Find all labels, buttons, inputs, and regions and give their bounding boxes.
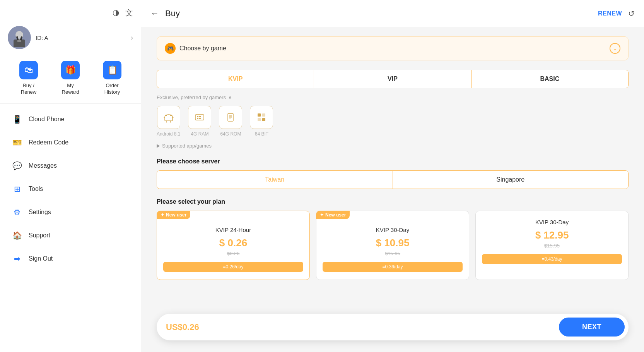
plan-original-3: $15.95 — [482, 243, 622, 249]
nav-label-messages: Messages — [29, 162, 57, 169]
plan-bottom-3: =0.43/day — [482, 254, 622, 264]
tools-icon: ⊞ — [12, 184, 22, 194]
nav-item-cloud-phone[interactable]: 📱 Cloud Phone — [0, 108, 141, 131]
settings-icon: ⚙ — [12, 207, 22, 218]
my-reward-icon: 🎁 — [61, 61, 80, 79]
nav-item-redeem-code[interactable]: 🎫 Redeem Code — [0, 131, 141, 154]
svg-rect-14 — [197, 118, 198, 119]
main-header: ← Buy RENEW ↺ — [141, 0, 644, 27]
tab-basic[interactable]: BASIC — [471, 70, 628, 88]
android-icon — [157, 106, 180, 129]
svg-rect-12 — [197, 116, 198, 117]
bit-label: 64 BIT — [255, 131, 268, 137]
tab-vip[interactable]: VIP — [314, 70, 471, 88]
plan-card-kvip-30d[interactable]: KVIP 30-Day $ 12.95 $15.95 =0.43/day — [475, 211, 629, 280]
plan-name-1: KVIP 24-Hour — [163, 227, 303, 233]
buy-renew-label: Buy /Renew — [21, 82, 36, 96]
nav-label-sign-out: Sign Out — [29, 255, 53, 262]
theme-icon[interactable]: ◑ — [113, 8, 119, 18]
game-banner-text: Choose by game — [179, 45, 226, 52]
tier-tabs: KVIP VIP BASIC — [157, 70, 629, 88]
server-section-label: Please choose server — [157, 158, 629, 165]
nav-item-sign-out[interactable]: ➡ Sign Out — [0, 247, 141, 270]
svg-rect-13 — [199, 116, 201, 117]
bottom-bar: US$0.26 NEXT — [157, 314, 629, 340]
new-user-badge-2: ✦ New user — [316, 211, 350, 219]
cloud-phone-icon: 📱 — [12, 114, 22, 125]
android-label: Android 8.1 — [157, 131, 180, 137]
supported-games-label: Supported app/games — [162, 143, 212, 149]
tab-kvip[interactable]: KVIP — [157, 70, 314, 88]
quick-action-buy-renew[interactable]: 🛍 Buy /Renew — [19, 61, 38, 96]
nav-label-redeem-code: Redeem Code — [29, 139, 68, 146]
support-icon: 🏠 — [12, 230, 22, 241]
tab-singapore[interactable]: Singapore — [393, 171, 629, 189]
bottom-price: US$0.26 — [166, 322, 199, 332]
profile-arrow: › — [131, 34, 133, 42]
sidebar: ◑ 文 ID: A › 🛍 Buy /Renew 🎁 MyReward 📋 Or… — [0, 0, 141, 352]
plan-cards: ✦ New user KVIP 24-Hour $ 0.26 $0.26 =0.… — [157, 211, 629, 280]
plan-card-kvip-24h[interactable]: ✦ New user KVIP 24-Hour $ 0.26 $0.26 =0.… — [157, 211, 310, 280]
messages-icon: 💬 — [12, 160, 22, 171]
profile-id: ID: A — [36, 34, 126, 41]
quick-action-order-history[interactable]: 📋 OrderHistory — [103, 61, 121, 96]
game-icon: 🎮 — [165, 43, 176, 54]
nav-label-support: Support — [29, 232, 50, 239]
spec-bit: 64 BIT — [250, 106, 273, 137]
translate-icon[interactable]: 文 — [125, 8, 133, 18]
bit-icon — [250, 106, 273, 129]
my-reward-label: MyReward — [62, 82, 79, 96]
page-title: Buy — [165, 9, 180, 19]
nav-items: 📱 Cloud Phone 🎫 Redeem Code 💬 Messages ⊞… — [0, 104, 141, 344]
plan-price-1: $ 0.26 — [163, 237, 303, 249]
plan-bottom-1: =0.26/day — [163, 262, 303, 272]
next-button[interactable]: NEXT — [559, 318, 625, 337]
spec-icons: Android 8.1 4G RAM — [157, 106, 629, 137]
order-history-label: OrderHistory — [104, 82, 120, 96]
main-body: 🎮 Choose by game ⌄ KVIP VIP BASIC Exclus… — [141, 27, 644, 352]
profile-section[interactable]: ID: A › — [0, 22, 141, 57]
plan-section-label: Please select your plan — [157, 198, 629, 205]
svg-rect-15 — [199, 118, 201, 119]
nav-label-cloud-phone: Cloud Phone — [29, 116, 65, 123]
plan-bottom-2: =0.36/day — [323, 262, 463, 272]
sidebar-top-icons: ◑ 文 — [0, 8, 141, 22]
spec-rom: 64G ROM — [219, 106, 242, 137]
plan-original-2: $15.95 — [323, 251, 463, 256]
svg-rect-24 — [262, 118, 265, 121]
ram-label: 4G RAM — [191, 131, 208, 137]
game-banner-left: 🎮 Choose by game — [165, 43, 226, 54]
plan-card-kvip-30d-new[interactable]: ✦ New user KVIP 30-Day $ 10.95 $15.95 =0… — [316, 211, 469, 280]
nav-item-settings[interactable]: ⚙ Settings — [0, 201, 141, 224]
spec-ram: 4G RAM — [188, 106, 211, 137]
tab-taiwan[interactable]: Taiwan — [157, 171, 393, 189]
nav-label-tools: Tools — [29, 185, 43, 192]
back-button[interactable]: ← — [150, 9, 159, 19]
svg-rect-22 — [262, 113, 265, 117]
quick-action-my-reward[interactable]: 🎁 MyReward — [61, 61, 80, 96]
svg-rect-21 — [258, 113, 261, 117]
refresh-icon[interactable]: ↺ — [628, 9, 635, 18]
rom-label: 64G ROM — [220, 131, 241, 137]
quick-actions: 🛍 Buy /Renew 🎁 MyReward 📋 OrderHistory — [0, 57, 141, 104]
plan-original-1: $0.26 — [163, 251, 303, 256]
game-banner[interactable]: 🎮 Choose by game ⌄ — [157, 36, 629, 60]
buy-renew-icon: 🛍 — [19, 61, 38, 79]
avatar — [8, 26, 31, 49]
nav-item-tools[interactable]: ⊞ Tools — [0, 177, 141, 201]
plan-name-2: KVIP 30-Day — [323, 227, 463, 233]
nav-item-support[interactable]: 🏠 Support — [0, 224, 141, 247]
rom-icon — [219, 106, 242, 129]
server-tabs: Taiwan Singapore — [157, 170, 629, 189]
exclusive-label: Exclusive, preferred by gamers ∧ — [157, 94, 629, 100]
chevron-down-icon[interactable]: ⌄ — [610, 43, 620, 54]
renew-button[interactable]: RENEW — [598, 10, 622, 17]
spec-android: Android 8.1 — [157, 106, 180, 137]
nav-item-messages[interactable]: 💬 Messages — [0, 154, 141, 177]
triangle-icon — [157, 144, 160, 148]
header-right: RENEW ↺ — [598, 9, 635, 18]
supported-games[interactable]: Supported app/games — [157, 143, 629, 149]
redeem-code-icon: 🎫 — [12, 137, 22, 148]
nav-label-settings: Settings — [29, 209, 51, 216]
header-left: ← Buy — [150, 9, 180, 19]
